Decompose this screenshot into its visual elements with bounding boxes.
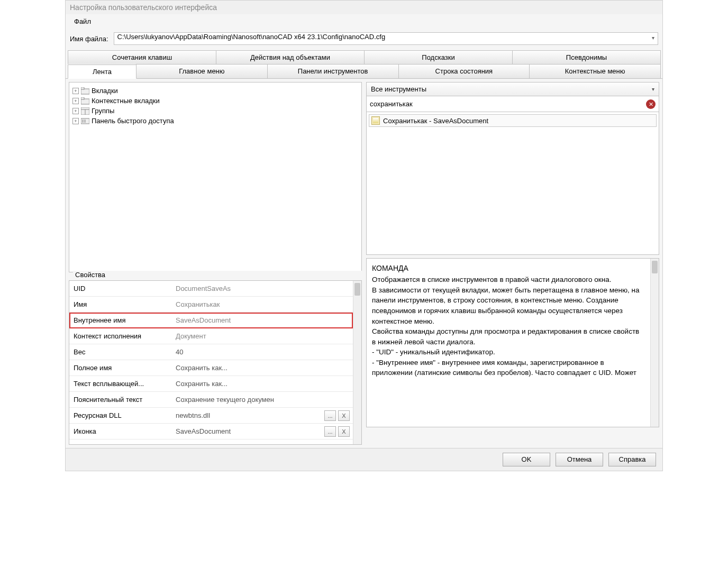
tools-search-panel: Все инструменты ▾ ✕ Сохранитькак - SaveA… [366, 82, 659, 255]
tools-filter-combo[interactable]: Все инструменты ▾ [366, 82, 659, 96]
chevron-down-icon: ▾ [652, 86, 654, 92]
tree-label: Контекстные вкладки [92, 97, 160, 105]
prop-row-weight[interactable]: Вес 40 [69, 344, 353, 360]
tools-filter-value: Все инструменты [371, 85, 426, 93]
search-input[interactable] [370, 100, 643, 108]
ui-config-window: Настройка пользовательского интерфейса Ф… [65, 0, 663, 471]
tab-toolbars[interactable]: Панели инструментов [267, 64, 399, 78]
svg-rect-1 [81, 87, 84, 89]
prop-row-resource-dll[interactable]: Ресурсная DLL newbtns.dll ... X [69, 408, 353, 424]
folder-tabs-icon [81, 97, 89, 105]
chevron-down-icon: ▾ [652, 35, 654, 41]
file-name-label: Имя файла: [70, 35, 108, 43]
prop-row-name[interactable]: Имя Сохранитькак [69, 297, 353, 313]
ok-button[interactable]: OK [503, 453, 550, 466]
help-text: КОМАНДА Отображается в списке инструмент… [367, 259, 650, 427]
menu-bar: Файл [66, 14, 662, 28]
expand-icon[interactable]: + [72, 98, 79, 104]
help-button[interactable]: Справка [608, 453, 656, 466]
save-as-icon [371, 116, 380, 125]
prop-row-uid[interactable]: UID DocumentSaveAs [69, 281, 353, 297]
quick-access-icon [81, 117, 89, 125]
tree-label: Вкладки [92, 87, 118, 95]
body-area: + Вкладки + Контекстные вкладки + Группы… [66, 79, 662, 448]
expand-icon[interactable]: + [72, 118, 79, 124]
result-label: Сохранитькак - SaveAsDocument [383, 117, 488, 125]
browse-button[interactable]: ... [324, 410, 336, 421]
tab-shortcuts[interactable]: Сочетания клавиш [68, 50, 216, 64]
prop-row-full-name[interactable]: Полное имя Сохранить как... [69, 360, 353, 376]
menu-file[interactable]: Файл [70, 16, 95, 26]
clear-button[interactable]: X [338, 410, 350, 421]
prop-row-context[interactable]: Контекст исполнения Документ [69, 328, 353, 344]
window-title: Настройка пользовательского интерфейса [70, 3, 217, 12]
tree-label: Группы [92, 107, 114, 115]
svg-rect-9 [84, 120, 86, 123]
panel-group-icon [81, 107, 89, 115]
expand-icon[interactable]: + [72, 88, 79, 94]
tree-label: Панель быстрого доступа [92, 117, 174, 125]
file-path-value: C:\Users\lukyanov\AppData\Roaming\Nanoso… [117, 33, 386, 41]
help-panel: КОМАНДА Отображается в списке инструмент… [366, 258, 659, 427]
ribbon-tree[interactable]: + Вкладки + Контекстные вкладки + Группы… [69, 82, 362, 272]
tree-item-qat[interactable]: + Панель быстрого доступа [72, 116, 358, 126]
tree-item-tabs[interactable]: + Вкладки [72, 86, 358, 96]
tab-object-actions[interactable]: Действия над объектами [216, 50, 365, 64]
tab-main-menu[interactable]: Главное меню [136, 64, 268, 78]
file-name-row: Имя файла: C:\Users\lukyanov\AppData\Roa… [66, 28, 662, 50]
dialog-buttons: OK Отмена Справка [66, 448, 662, 471]
tab-context-menus[interactable]: Контекстные меню [529, 64, 661, 78]
tab-tooltips[interactable]: Подсказки [364, 50, 513, 64]
browse-button[interactable]: ... [324, 426, 336, 437]
folder-tabs-icon [81, 87, 89, 95]
prop-row-internal-name[interactable]: Внутреннее имя SaveAsDocument [69, 313, 353, 328]
clear-button[interactable]: X [338, 426, 350, 437]
search-results[interactable]: Сохранитькак - SaveAsDocument [366, 112, 659, 255]
result-item-saveas[interactable]: Сохранитькак - SaveAsDocument [369, 114, 657, 127]
tree-item-context-tabs[interactable]: + Контекстные вкладки [72, 96, 358, 106]
tab-status-bar[interactable]: Строка состояния [398, 64, 530, 78]
svg-rect-3 [81, 97, 84, 99]
properties-grid[interactable]: UID DocumentSaveAs Имя Сохранитькак Внут… [69, 281, 353, 444]
scrollbar[interactable] [353, 281, 361, 444]
cancel-button[interactable]: Отмена [556, 453, 603, 466]
prop-row-icon[interactable]: Иконка SaveAsDocument ... X [69, 424, 353, 439]
prop-row-tooltip-text[interactable]: Текст всплывающей... Сохранить как... [69, 376, 353, 392]
help-heading: КОМАНДА [372, 263, 645, 273]
expand-icon[interactable]: + [72, 108, 79, 114]
svg-rect-8 [82, 120, 84, 123]
clear-search-icon[interactable]: ✕ [646, 99, 656, 109]
file-path-combo[interactable]: C:\Users\lukyanov\AppData\Roaming\Nanoso… [114, 32, 658, 45]
tab-strip: Сочетания клавиш Действия над объектами … [66, 50, 662, 79]
title-bar: Настройка пользовательского интерфейса [66, 1, 662, 14]
properties-title: Свойства [73, 271, 366, 279]
tree-item-groups[interactable]: + Группы [72, 106, 358, 116]
search-row: ✕ [366, 96, 659, 112]
scrollbar[interactable] [650, 259, 659, 427]
properties-panel: Свойства UID DocumentSaveAs Имя Сохранит… [69, 276, 362, 445]
prop-row-description[interactable]: Пояснительный текст Сохранение текущего … [69, 392, 353, 408]
tab-aliases[interactable]: Псевдонимы [512, 50, 661, 64]
tab-ribbon[interactable]: Лента [68, 65, 136, 79]
